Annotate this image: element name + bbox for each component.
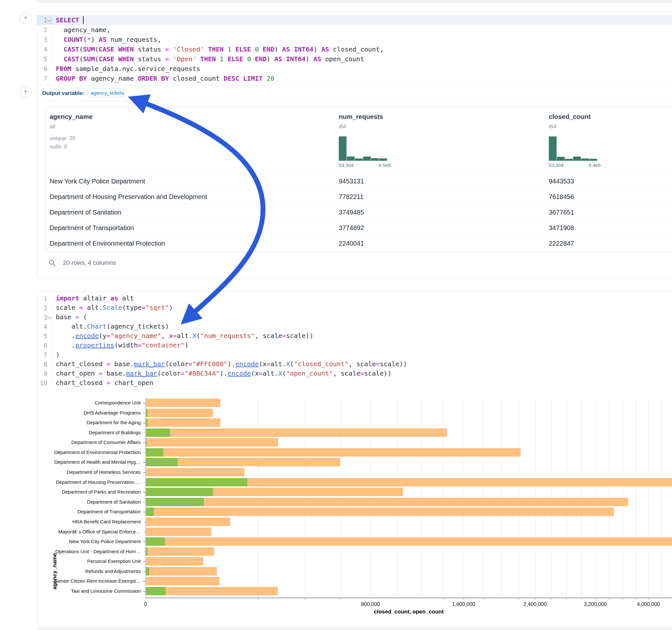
column-header[interactable]: num_requests [339, 113, 383, 121]
bar-closed_count[interactable] [146, 418, 220, 427]
histogram-max-label: 9.5e6 [342, 162, 391, 168]
x-axis-tick-label: 1,600,000 [444, 602, 483, 607]
gutter-divider [52, 293, 53, 387]
bar-closed_count[interactable] [146, 438, 278, 446]
bar-open_count[interactable] [146, 587, 166, 595]
table-row-count: 20 rows, 4 columns [63, 259, 116, 266]
table-cell: 3471908 [549, 220, 574, 236]
table-cell: 7618456 [549, 189, 574, 204]
line-number: 1 [37, 295, 47, 302]
bar-closed_count[interactable] [146, 409, 213, 417]
code-line[interactable]: chart_closed = base.mark_bar(color="#FFC… [56, 359, 407, 369]
y-axis-label: Department of Sanitation [37, 499, 141, 505]
y-axis-label: Department of Consumer Affairs [37, 439, 141, 445]
code-line[interactable]: chart_open = base.mark_bar(color="#8BC34… [56, 369, 391, 378]
bar-closed_count[interactable] [146, 398, 220, 407]
code-line[interactable]: import altair as alt [56, 294, 134, 303]
table-row[interactable]: Department of Housing Preservation and D… [45, 189, 672, 205]
previous-cell-strip[interactable] [36, 0, 672, 3]
bar-open_count[interactable] [146, 418, 147, 427]
y-axis-label: Mayorâ€ s Office of Special Enforce… [37, 529, 141, 534]
table-cell: 2240041 [339, 236, 364, 251]
bar-open_count[interactable] [146, 547, 147, 556]
bar-closed_count[interactable] [146, 468, 244, 477]
y-axis-label: Department of Environmental Protection [37, 450, 141, 455]
search-icon[interactable] [48, 259, 56, 267]
x-axis-line [146, 598, 672, 598]
bar-closed_count[interactable] [146, 429, 447, 437]
column-histogram [549, 137, 597, 161]
table-cell: 9453131 [339, 173, 364, 189]
table-cell: 3774892 [339, 220, 364, 236]
bar-closed_count[interactable] [146, 537, 672, 546]
bar-open_count[interactable] [146, 438, 147, 446]
bar-closed_count[interactable] [146, 557, 203, 565]
column-type: i64 [549, 123, 556, 130]
table-row[interactable]: Department of Environmental Protection22… [45, 236, 672, 251]
bar-closed_count[interactable] [146, 448, 521, 457]
cell-divider [37, 85, 672, 85]
bar-open_count[interactable] [146, 448, 163, 457]
bar-open_count[interactable] [146, 508, 154, 516]
bar-open_count[interactable] [146, 498, 204, 506]
code-line[interactable]: GROUP BY agency_name ORDER BY closed_cou… [56, 74, 274, 83]
code-line[interactable]: alt.Chart(agency_tickets) [56, 322, 169, 331]
line-number: 7 [37, 75, 47, 82]
code-line[interactable]: .properties(width="container") [56, 341, 188, 350]
line-number: 9 [37, 370, 47, 377]
bar-open_count[interactable] [146, 488, 213, 496]
code-line[interactable]: CAST(SUM(CASE WHEN status = 'Closed' THE… [56, 44, 384, 54]
y-axis-label: Correspondence Unit [37, 400, 141, 406]
code-line[interactable]: COUNT(*) AS num_requests, [56, 35, 161, 44]
histogram-max-label: 9.4e6 [552, 162, 601, 168]
table-row[interactable]: Department of Sanitation37494853677651 [45, 204, 672, 220]
code-line[interactable]: chart_closed + chart_open [56, 378, 153, 388]
bar-open_count[interactable] [146, 429, 170, 437]
code-line[interactable]: .encode(y="agency_name", x=alt.X("num_re… [56, 331, 313, 341]
bar-closed_count[interactable] [146, 517, 230, 526]
bar-closed_count[interactable] [146, 567, 217, 576]
bar-closed_count[interactable] [146, 508, 614, 516]
code-line[interactable]: SELECT [56, 15, 83, 25]
next-cell-strip[interactable] [36, 628, 672, 630]
y-axis-label: Department of Parks and Recreation [37, 489, 141, 494]
line-number: 5 [37, 55, 47, 63]
bar-open_count[interactable] [146, 567, 149, 576]
bar-open_count[interactable] [146, 409, 147, 417]
code-line[interactable]: FROM sample_data.nyc.service_requests [56, 64, 200, 74]
bar-closed_count[interactable] [146, 528, 211, 536]
x-axis-tick-label: 4,000,000 [629, 602, 668, 607]
bar-open_count[interactable] [146, 537, 165, 546]
add-cell-button[interactable]: + [20, 86, 31, 98]
bar-closed_count[interactable] [146, 587, 278, 595]
code-line[interactable]: scale = alt.Scale(type="sqrt") [56, 303, 173, 312]
gridline [661, 398, 661, 598]
bar-open_count[interactable] [146, 478, 247, 486]
line-number: 3 [37, 36, 47, 43]
y-axis-label: Department of Health and Mental Hyg… [37, 459, 141, 465]
dataframe-preview[interactable]: agency_namestrunique: 20nulls: 0num_requ… [45, 107, 672, 252]
code-line[interactable]: agency_name, [56, 25, 111, 35]
code-line[interactable]: ) [56, 350, 59, 359]
column-header[interactable]: agency_name [50, 113, 92, 121]
bar-closed_count[interactable] [146, 498, 628, 506]
altair-bar-chart: agency_name closed_count, open_count Cor… [37, 398, 672, 625]
add-cell-button[interactable]: + [20, 12, 31, 24]
bar-closed_count[interactable] [146, 547, 214, 556]
y-axis-label: Department for the Aging [37, 420, 141, 425]
table-row[interactable]: Department of Transportation377489234719… [45, 220, 672, 236]
line-number: 6 [37, 65, 47, 72]
bar-closed_count[interactable] [146, 577, 219, 585]
line-number: 4 [37, 323, 47, 330]
output-variable-pill[interactable]: agency_tickets [88, 88, 124, 98]
column-header[interactable]: closed_count [549, 113, 591, 121]
column-stat: nulls: 0 [50, 144, 67, 150]
x-axis-tick-label: 2,400,000 [516, 602, 555, 607]
code-line[interactable]: CAST(SUM(CASE WHEN status = 'Open' THEN … [56, 54, 364, 64]
y-axis-label: Senior Citizen Rent Increase Exempti… [37, 578, 141, 584]
table-row[interactable]: New York City Police Department945313194… [45, 173, 672, 189]
bar-open_count[interactable] [146, 458, 178, 466]
cell-divider [37, 100, 672, 101]
code-line[interactable]: base = ( [56, 312, 87, 322]
y-axis-label: Department of Housing Preservation … [37, 479, 141, 485]
